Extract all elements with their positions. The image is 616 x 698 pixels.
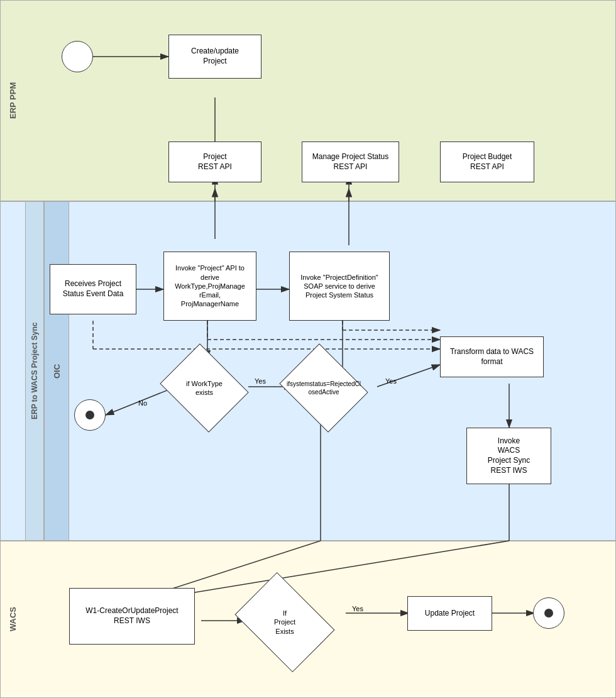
- yes-worktype-label: Yes: [255, 377, 266, 385]
- diamond-systemstatus: ifsystemstatus=RejectedCl osedActive: [289, 360, 358, 416]
- yes-systemstatus-label: Yes: [385, 377, 397, 385]
- transform-data-box: Transform data to WACS format: [440, 336, 544, 377]
- invoke-project-api-box: Invoke "Project" API to derive WorkType,…: [163, 252, 256, 321]
- swimlane-erp-to-wacs-label: ERP to WACS Project Sync: [25, 201, 44, 541]
- end-circle-wacs: [533, 597, 564, 629]
- project-budget-box: Project Budget REST API: [440, 141, 534, 182]
- start-circle: [62, 41, 93, 72]
- project-rest-api-box: Project REST API: [168, 141, 261, 182]
- swimlane-oic-label: OIC: [44, 201, 69, 541]
- diamond-worktype: if WorkType exists: [170, 360, 239, 416]
- diagram-container: ERP to WACS Project Sync ERP PPM OIC WAC…: [0, 0, 616, 698]
- swimlane-erp-label: ERP PPM: [0, 0, 25, 201]
- end-circle-oic: [74, 399, 106, 431]
- w1-create-box: W1-CreateOrUpdateProject REST IWS: [69, 588, 195, 645]
- swimlane-wacs-label: WACS: [0, 541, 25, 698]
- manage-project-status-box: Manage Project Status REST API: [302, 141, 399, 182]
- invoke-project-def-box: Invoke "ProjectDefinition" SOAP service …: [289, 252, 390, 321]
- no-label: No: [138, 399, 147, 407]
- invoke-wacs-box: Invoke WACS Project Sync REST IWS: [466, 428, 551, 484]
- create-update-project-box: Create/update Project: [168, 35, 261, 79]
- update-project-box: Update Project: [407, 596, 492, 631]
- diamond-project-exists: If Project Exists: [244, 592, 326, 652]
- receives-project-status-box: Receives Project Status Event Data: [50, 264, 136, 314]
- yes-project-exists-label: Yes: [352, 605, 363, 612]
